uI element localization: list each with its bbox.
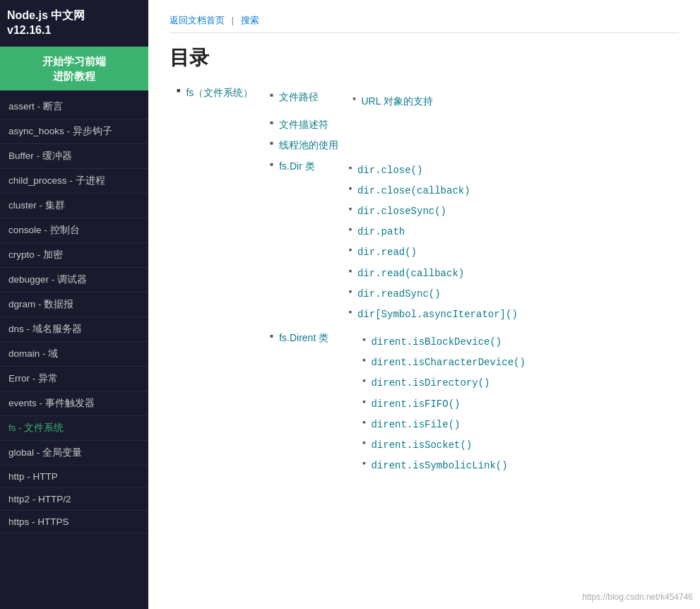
sidebar-item-global[interactable]: global - 全局变量 bbox=[0, 441, 148, 466]
toc-item: dirent.isFIFO() bbox=[362, 396, 526, 413]
sidebar-item-console[interactable]: console - 控制台 bbox=[0, 218, 148, 243]
toc-item: fs.Dirent 类dirent.isBlockDevice()dirent.… bbox=[270, 329, 526, 478]
sidebar-logo: Node.js 中文网 v12.16.1 bbox=[0, 0, 148, 47]
sidebar-promo-banner[interactable]: 开始学习前端 进阶教程 bbox=[0, 47, 148, 90]
toc-item: dir.read() bbox=[349, 244, 518, 261]
breadcrumb: 返回文档首页 | 搜索 bbox=[170, 14, 679, 33]
logo-line1: Node.js 中文网 bbox=[7, 9, 85, 21]
toc-item: dir.close(callback) bbox=[349, 182, 518, 200]
toc-item: dirent.isFile() bbox=[362, 416, 526, 434]
toc-item: 文件描述符 bbox=[270, 116, 526, 134]
sidebar-item-crypto[interactable]: crypto - 加密 bbox=[0, 243, 148, 268]
toc-item: dirent.isSocket() bbox=[362, 437, 526, 454]
toc-link[interactable]: dir[Symbol.asyncIterator]() bbox=[357, 306, 518, 324]
toc-item: dirent.isCharacterDevice() bbox=[362, 354, 526, 372]
toc-item: dir.readSync() bbox=[349, 285, 518, 303]
sidebar-item-buffer[interactable]: Buffer - 缓冲器 bbox=[0, 144, 148, 169]
toc-link[interactable]: dir.close(callback) bbox=[357, 182, 470, 200]
main-content: 返回文档首页 | 搜索 目录 fs（文件系统）文件路径URL 对象的支持文件描述… bbox=[148, 0, 700, 609]
toc-link[interactable]: fs.Dir 类 bbox=[279, 158, 315, 175]
toc-item: dirent.isBlockDevice() bbox=[362, 333, 526, 351]
toc-link[interactable]: dirent.isFile() bbox=[371, 416, 460, 434]
sidebar-item-error[interactable]: Error - 异常 bbox=[0, 367, 148, 391]
sidebar-item-events[interactable]: events - 事件触发器 bbox=[0, 391, 148, 416]
sidebar-item-child_process[interactable]: child_process - 子进程 bbox=[0, 169, 148, 194]
sidebar-item-domain[interactable]: domain - 域 bbox=[0, 342, 148, 367]
breadcrumb-search-link[interactable]: 搜索 bbox=[241, 15, 259, 25]
sidebar: Node.js 中文网 v12.16.1 开始学习前端 进阶教程 assert … bbox=[0, 0, 148, 609]
toc-link[interactable]: URL 对象的支持 bbox=[361, 93, 432, 110]
toc-link[interactable]: fs.Dirent 类 bbox=[279, 329, 328, 347]
promo-line1: 开始学习前端 bbox=[42, 55, 106, 67]
promo-line2: 进阶教程 bbox=[53, 70, 95, 82]
toc-link[interactable]: 文件路径 bbox=[279, 88, 319, 106]
toc-link[interactable]: dirent.isBlockDevice() bbox=[371, 333, 502, 351]
toc-link[interactable]: dirent.isSymbolicLink() bbox=[371, 457, 507, 475]
toc-item: 文件路径URL 对象的支持 bbox=[270, 88, 526, 113]
toc-link[interactable]: 文件描述符 bbox=[279, 116, 328, 134]
toc-link[interactable]: dirent.isSocket() bbox=[371, 437, 472, 454]
toc-link[interactable]: dir.close() bbox=[357, 162, 422, 179]
toc-link[interactable]: dirent.isDirectory() bbox=[371, 374, 490, 392]
toc-link[interactable]: dirent.isFIFO() bbox=[371, 396, 460, 413]
toc-link[interactable]: dir.readSync() bbox=[357, 285, 441, 303]
toc-top-link[interactable]: fs（文件系统） bbox=[186, 84, 253, 102]
toc-link[interactable]: dir.read() bbox=[357, 244, 417, 261]
page-title: 目录 bbox=[170, 45, 679, 71]
toc-link[interactable]: dir.path bbox=[357, 223, 405, 241]
sidebar-item-async_hooks[interactable]: async_hooks - 异步钩子 bbox=[0, 119, 148, 144]
toc-top-item: fs（文件系统）文件路径URL 对象的支持文件描述符线程池的使用fs.Dir 类… bbox=[177, 84, 679, 480]
sidebar-item-debugger[interactable]: debugger - 调试器 bbox=[0, 268, 148, 292]
toc-item: dir.closeSync() bbox=[349, 203, 518, 220]
toc-link[interactable]: 线程池的使用 bbox=[279, 136, 338, 154]
sidebar-item-http2[interactable]: http2 - HTTP/2 bbox=[0, 488, 148, 511]
toc-item: dirent.isSymbolicLink() bbox=[362, 457, 526, 475]
toc-item: dirent.isDirectory() bbox=[362, 374, 526, 392]
toc-item: URL 对象的支持 bbox=[352, 93, 433, 110]
logo-line2: v12.16.1 bbox=[7, 24, 51, 36]
toc-item: dir.path bbox=[349, 223, 518, 241]
sidebar-item-dgram[interactable]: dgram - 数据报 bbox=[0, 292, 148, 317]
sidebar-item-dns[interactable]: dns - 域名服务器 bbox=[0, 317, 148, 342]
toc-link[interactable]: dir.read(callback) bbox=[357, 265, 464, 283]
toc-list: fs（文件系统）文件路径URL 对象的支持文件描述符线程池的使用fs.Dir 类… bbox=[170, 84, 679, 480]
toc-link[interactable]: dir.closeSync() bbox=[357, 203, 446, 220]
sidebar-item-cluster[interactable]: cluster - 集群 bbox=[0, 194, 148, 218]
toc-link[interactable]: dirent.isCharacterDevice() bbox=[371, 354, 525, 372]
sidebar-item-https[interactable]: https - HTTPS bbox=[0, 511, 148, 533]
sidebar-item-assert[interactable]: assert - 断言 bbox=[0, 95, 148, 119]
sidebar-item-http[interactable]: http - HTTP bbox=[0, 466, 148, 488]
toc-item: dir.close() bbox=[349, 162, 518, 179]
toc-item: fs.Dir 类dir.close()dir.close(callback)di… bbox=[270, 158, 526, 327]
sidebar-nav: assert - 断言async_hooks - 异步钩子Buffer - 缓冲… bbox=[0, 95, 148, 533]
toc-item: dir.read(callback) bbox=[349, 265, 518, 283]
toc-item: dir[Symbol.asyncIterator]() bbox=[349, 306, 518, 324]
breadcrumb-home-link[interactable]: 返回文档首页 bbox=[170, 15, 225, 25]
sidebar-item-fs[interactable]: fs - 文件系统 bbox=[0, 416, 148, 441]
breadcrumb-separator: | bbox=[232, 15, 237, 25]
toc-item: 线程池的使用 bbox=[270, 136, 526, 154]
